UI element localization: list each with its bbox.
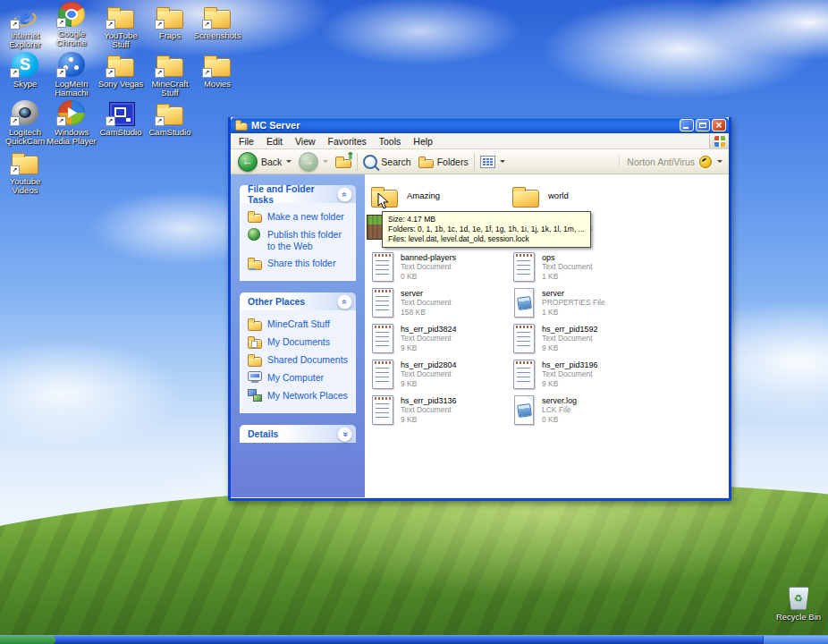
task-link[interactable]: Make a new folder	[248, 210, 351, 223]
desktop-icon[interactable]: LogMeIn Hamachi	[46, 52, 97, 98]
file-type: Text Document	[401, 262, 456, 272]
menu-item[interactable]: Help	[407, 134, 439, 148]
desktop-icon[interactable]: Screenshots	[192, 4, 242, 40]
title-bar[interactable]: MC Server	[231, 117, 729, 133]
menu-item[interactable]: View	[289, 134, 322, 148]
desktop-icon-label: LogMeIn Hamachi	[46, 80, 97, 98]
place-link[interactable]: Shared Documents	[248, 353, 351, 366]
place-link[interactable]: My Documents	[248, 335, 351, 348]
file-item[interactable]: hs_err_pid3136 Text Document 9 KB	[371, 395, 509, 425]
desktop-icon[interactable]: Skype	[0, 52, 50, 89]
minimize-button[interactable]	[680, 119, 694, 131]
desktop-icon[interactable]: Sony Vegas	[96, 52, 146, 89]
place-icon	[248, 389, 262, 402]
desktop-icon[interactable]: YouTube Stuff	[96, 4, 146, 50]
recycle-bin[interactable]: Recycle Bin	[770, 587, 827, 622]
desktop-icon[interactable]: Internet Explorer	[0, 4, 50, 50]
start-button[interactable]	[0, 636, 55, 644]
collapse-chevron-icon[interactable]	[337, 294, 352, 309]
desktop-icon[interactable]: MineCraft Stuff	[145, 52, 195, 98]
file-item[interactable]: hs_err_pid1592 Text Document 9 KB	[512, 324, 650, 353]
forward-button[interactable]	[295, 152, 332, 172]
back-button[interactable]: Back	[234, 152, 295, 172]
system-tray[interactable]	[763, 636, 828, 644]
desktop-icon[interactable]: Youtube Videos	[0, 149, 50, 196]
desktop-icon[interactable]: Google Chrome	[46, 2, 97, 48]
folders-button[interactable]: Folders	[415, 156, 472, 167]
desktop-icon[interactable]: Logitech QuickCam	[0, 100, 50, 147]
toolbar: Back ⇑ Search Folders Norton AntiVirus	[231, 149, 729, 174]
file-type: LCK File	[542, 405, 577, 415]
file-type: Text Document	[542, 262, 593, 272]
panel-header[interactable]: File and Folder Tasks	[240, 185, 356, 203]
panel-header[interactable]: Other Places	[240, 292, 356, 310]
back-label: Back	[261, 157, 282, 167]
shortcut-arrow-icon	[202, 68, 212, 78]
expand-chevron-icon[interactable]	[337, 427, 352, 442]
folder-item[interactable]: world	[512, 182, 646, 208]
file-item[interactable]: banned-players Text Document 0 KB	[371, 252, 509, 282]
desktop-icon[interactable]: CamStudio	[96, 100, 146, 137]
shortcut-arrow-icon	[106, 116, 115, 126]
desktop-icon[interactable]: Fraps	[145, 4, 195, 40]
shortcut-arrow-icon	[56, 68, 66, 78]
shortcut-arrow-icon	[155, 68, 165, 78]
folder-name: Amazing	[407, 191, 440, 200]
panel-title: Other Places	[248, 296, 337, 307]
desktop-icon[interactable]: CamStudio	[145, 100, 195, 137]
shortcut-arrow-icon	[155, 20, 165, 30]
place-link[interactable]: My Network Places	[248, 389, 351, 402]
file-item[interactable]: ops Text Document 1 KB	[512, 252, 650, 282]
file-item[interactable]: hs_err_pid2804 Text Document 9 KB	[371, 360, 509, 389]
panel-header[interactable]: Details	[240, 425, 356, 443]
menu-item[interactable]: Edit	[260, 134, 289, 148]
folders-icon	[418, 159, 434, 168]
forward-dropdown-icon[interactable]	[323, 160, 328, 163]
norton-antivirus-button[interactable]: Norton AntiVirus	[619, 156, 725, 168]
file-icon	[372, 360, 393, 389]
up-button[interactable]: ⇑	[332, 156, 355, 168]
up-arrow-icon: ⇑	[346, 150, 354, 162]
forward-icon	[299, 152, 318, 172]
maximize-button[interactable]	[696, 119, 710, 131]
file-type: Text Document	[542, 334, 598, 343]
file-item[interactable]: server Text Document 158 KB	[371, 288, 509, 318]
views-button[interactable]	[477, 156, 509, 168]
menu-item[interactable]: Tools	[373, 134, 408, 148]
task-link[interactable]: Share this folder	[248, 257, 351, 269]
search-icon	[363, 155, 377, 169]
file-type: Text Document	[542, 369, 598, 379]
file-size: 9 KB	[401, 343, 457, 353]
folder-info-tooltip: Size: 4.17 MB Folders: 0, 1, 1b, 1c, 1d,…	[382, 211, 591, 248]
shortcut-arrow-icon	[10, 165, 20, 175]
task-link[interactable]: Publish this folder to the Web	[248, 228, 351, 251]
place-link[interactable]: MineCraft Stuff	[248, 318, 351, 330]
collapse-chevron-icon[interactable]	[337, 187, 352, 202]
place-label: My Network Places	[267, 389, 348, 402]
folder-item[interactable]: Amazing	[371, 182, 505, 208]
file-item[interactable]: hs_err_pid3824 Text Document 9 KB	[371, 324, 509, 353]
desktop-icon-label: Logitech QuickCam	[0, 128, 50, 147]
file-type: Text Document	[401, 369, 457, 379]
taskbar[interactable]	[0, 635, 828, 644]
desktop-icon-label: Sony Vegas	[98, 80, 144, 89]
file-item[interactable]: server PROPERTIES File 1 KB	[512, 288, 650, 318]
desktop-icon-label: Internet Explorer	[0, 31, 50, 50]
views-dropdown-icon[interactable]	[500, 160, 505, 163]
file-item[interactable]: hs_err_pid3196 Text Document 9 KB	[512, 360, 650, 389]
desktop-icon[interactable]: Movies	[192, 52, 242, 89]
search-button[interactable]: Search	[359, 155, 414, 169]
toolbar-separator	[474, 153, 475, 171]
close-button[interactable]	[712, 119, 726, 131]
back-dropdown-icon[interactable]	[286, 160, 291, 163]
menu-item[interactable]: File	[232, 134, 260, 148]
file-icon	[372, 395, 393, 425]
menu-item[interactable]: Favorites	[322, 134, 373, 148]
desktop-icon[interactable]: Windows Media Player	[46, 100, 97, 147]
file-item[interactable]: server.log LCK File 0 KB	[512, 395, 650, 425]
place-link[interactable]: My Computer	[248, 371, 351, 384]
file-size: 0 KB	[401, 272, 456, 282]
file-list-area[interactable]: Amazing world nt banned-players	[365, 174, 729, 497]
norton-dropdown-icon[interactable]	[717, 160, 722, 163]
file-name: hs_err_pid3824	[401, 325, 457, 334]
